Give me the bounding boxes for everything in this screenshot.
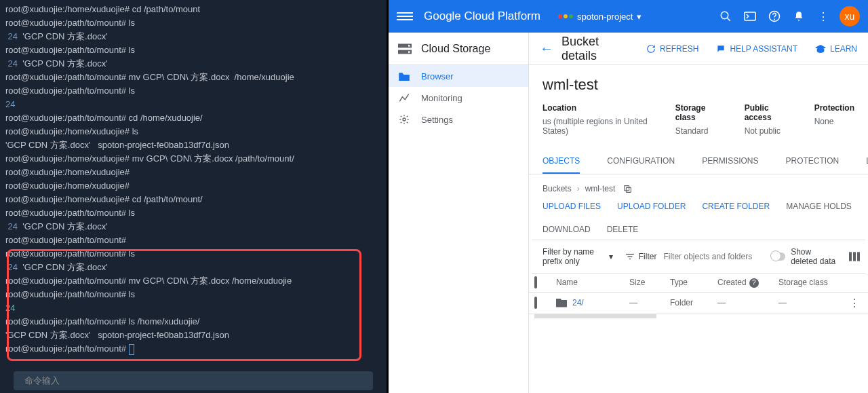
gcp-sidebar: Cloud Storage Browser Monitoring Setting…	[389, 33, 529, 393]
bucket-name: wml-test	[542, 76, 854, 94]
terminal-pane: root@xuduojie:/home/xuduojie# cd /path/t…	[0, 0, 387, 393]
sidebar-item-label: Monitoring	[421, 93, 462, 103]
sidebar-item-settings[interactable]: Settings	[389, 109, 528, 130]
project-dots-icon	[558, 14, 573, 18]
horizontal-scrollbar[interactable]	[534, 314, 656, 318]
refresh-icon	[646, 44, 656, 54]
filter-prefix-dropdown[interactable]: Filter by name prefix only ▾	[537, 244, 618, 269]
back-arrow-icon[interactable]: ←	[540, 41, 553, 56]
object-name-cell[interactable]: 24/	[556, 298, 629, 307]
object-storage: —	[778, 298, 846, 307]
download-button[interactable]: DOWNLOAD	[542, 225, 591, 234]
row-checkbox[interactable]	[534, 297, 537, 309]
tab-permissions[interactable]: PERMISSIONS	[702, 149, 758, 174]
terminal-command-input[interactable]: 命令输入	[14, 371, 373, 390]
show-deleted-toggle[interactable]: Show deleted data	[772, 247, 838, 266]
gcp-header: Google Cloud Platform spoton-project ▾ ⋮…	[389, 0, 868, 33]
protection-label: Protection	[814, 103, 854, 113]
folder-icon	[556, 299, 567, 307]
svg-point-0	[721, 12, 728, 19]
sidebar-item-monitoring[interactable]: Monitoring	[389, 87, 528, 109]
tab-objects[interactable]: OBJECTS	[542, 149, 580, 174]
upload-folder-button[interactable]: UPLOAD FOLDER	[617, 202, 686, 211]
create-folder-button[interactable]: CREATE FOLDER	[702, 202, 770, 211]
monitoring-icon	[398, 93, 410, 102]
more-icon[interactable]: ⋮	[815, 8, 831, 24]
filter-bar: Filter by name prefix only ▾ Filter Show…	[532, 240, 865, 274]
svg-rect-7	[408, 45, 410, 47]
svg-rect-2	[745, 12, 756, 20]
object-created: —	[717, 298, 778, 307]
table-row[interactable]: 24/ — Folder — — ⋮	[529, 293, 868, 314]
refresh-button[interactable]: REFRESH	[646, 44, 698, 54]
delete-button[interactable]: DELETE	[607, 225, 639, 234]
svg-rect-15	[849, 252, 852, 261]
dropdown-icon: ▾	[637, 12, 642, 22]
svg-rect-10	[627, 187, 631, 192]
bucket-info: wml-test Locationus (multiple regions in…	[529, 65, 868, 149]
tab-configuration[interactable]: CONFIGURATION	[607, 149, 675, 174]
dropdown-icon: ▾	[609, 252, 613, 261]
manage-holds-button[interactable]: MANAGE HOLDS	[786, 202, 852, 211]
cloud-shell-icon[interactable]	[742, 8, 758, 24]
tab-protection[interactable]: PROTECTION	[785, 149, 839, 174]
notifications-icon[interactable]	[791, 8, 807, 24]
col-type: Type	[670, 278, 717, 287]
public-access-label: Public access	[745, 103, 787, 122]
project-selector[interactable]: spoton-project ▾	[551, 7, 648, 26]
user-avatar[interactable]: xu	[840, 6, 860, 26]
columns-icon[interactable]	[849, 252, 860, 261]
search-icon[interactable]	[717, 8, 734, 24]
location-label: Location	[542, 103, 648, 113]
page-title: Bucket details	[561, 35, 629, 63]
help-icon[interactable]: ?	[749, 278, 759, 288]
cloud-storage-icon	[398, 43, 412, 54]
copy-icon[interactable]	[623, 185, 632, 193]
svg-point-9	[403, 118, 406, 121]
col-storage: Storage class	[778, 278, 846, 287]
bucket-tabs: OBJECTS CONFIGURATION PERMISSIONS PROTEC…	[529, 149, 868, 174]
svg-rect-8	[408, 51, 410, 53]
project-name: spoton-project	[577, 12, 633, 22]
col-size: Size	[629, 278, 670, 287]
filter-icon	[625, 252, 635, 261]
browser-icon	[398, 72, 410, 81]
breadcrumb-root[interactable]: Buckets	[542, 184, 572, 193]
bucket-actions: UPLOAD FILES UPLOAD FOLDER CREATE FOLDER…	[529, 196, 868, 240]
sidebar-item-browser[interactable]: Browser	[389, 65, 528, 87]
learn-button[interactable]: LEARN	[815, 44, 857, 54]
svg-rect-16	[853, 252, 856, 261]
help-assistant-button[interactable]: HELP ASSISTANT	[716, 44, 797, 54]
object-size: —	[629, 298, 670, 307]
select-all-checkbox[interactable]	[534, 276, 537, 288]
main-header: ← Bucket details REFRESH HELP ASSISTANT …	[529, 33, 868, 65]
object-name: 24/	[572, 298, 584, 307]
sidebar-title: Cloud Storage	[421, 43, 490, 55]
gcp-console-pane: Google Cloud Platform spoton-project ▾ ⋮…	[389, 0, 868, 393]
gcp-main: ← Bucket details REFRESH HELP ASSISTANT …	[529, 33, 868, 393]
terminal-output: root@xuduojie:/home/xuduojie# cd /path/t…	[0, 0, 387, 358]
show-deleted-label: Show deleted data	[791, 247, 838, 266]
gcp-logo: Google Cloud Platform	[424, 10, 540, 23]
sidebar-item-label: Settings	[421, 115, 453, 125]
row-more-icon[interactable]: ⋮	[846, 297, 863, 310]
location-value: us (multiple regions in United States)	[542, 117, 648, 136]
sidebar-header: Cloud Storage	[389, 33, 528, 65]
col-name: Name	[556, 278, 629, 287]
settings-icon	[398, 114, 410, 125]
svg-line-1	[727, 18, 730, 21]
svg-rect-11	[625, 185, 629, 190]
upload-files-button[interactable]: UPLOAD FILES	[542, 202, 601, 211]
storage-class-value: Standard	[675, 126, 717, 136]
help-icon[interactable]	[766, 8, 783, 24]
filter-button[interactable]: Filter	[625, 252, 657, 261]
gcp-body: Cloud Storage Browser Monitoring Setting…	[389, 33, 868, 393]
chat-icon	[716, 44, 726, 54]
col-created: Created?	[717, 278, 778, 288]
svg-point-4	[774, 19, 775, 20]
public-access-value: Not public	[745, 126, 787, 136]
terminal-input-placeholder: 命令输入	[24, 375, 60, 387]
bucket-meta: Locationus (multiple regions in United S…	[542, 103, 854, 136]
menu-icon[interactable]	[397, 12, 413, 20]
filter-input[interactable]	[663, 252, 765, 261]
